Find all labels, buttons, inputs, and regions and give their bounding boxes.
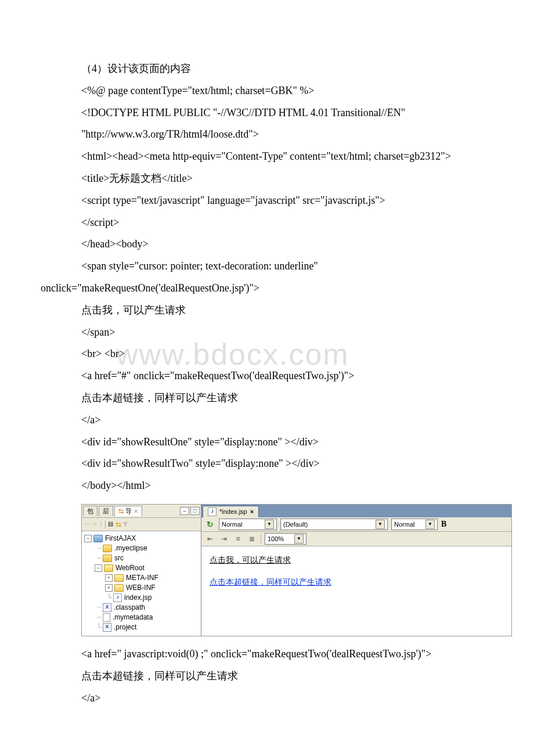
unordered-list-icon[interactable]: ≣ [247, 534, 257, 544]
zoom-combo[interactable]: 100% ▼ [265, 533, 306, 545]
combo-value: Normal [222, 521, 242, 528]
tree-label: WebRoot [116, 564, 145, 572]
combo-value: (Default) [283, 521, 308, 528]
code-line: 点击本超链接，同样可以产生请求 [81, 665, 493, 687]
text-file-icon [103, 613, 110, 622]
sidebar-tabbar: 包 层 ⇆ 导 ✕ – □ [82, 505, 201, 518]
folder-icon [114, 584, 124, 592]
chevron-down-icon[interactable]: ▼ [425, 520, 435, 529]
tree-label: META-INF [126, 574, 158, 582]
sidebar-toolbar: ⇦ ⇨ ⤴ ⊟ ⇆ ▽ [82, 518, 201, 531]
code-line: <br> <br> [81, 343, 493, 365]
chevron-down-icon[interactable]: ▼ [294, 534, 304, 543]
up-icon[interactable]: ⤴ [99, 521, 103, 528]
code-line: onclick="makeRequestOne('dealRequestOne.… [41, 278, 493, 300]
tree-row[interactable]: ┈ .mymetadata [83, 613, 200, 622]
style-combo[interactable]: (Default) ▼ [280, 519, 388, 530]
tree-row[interactable]: └ X .project [83, 622, 200, 632]
tree-row[interactable]: ┈ X .classpath [83, 603, 200, 613]
code-line: <!DOCTYPE HTML PUBLIC "-//W3C//DTD HTML … [81, 102, 493, 124]
preview-link-2[interactable]: 点击本超链接，同样可以产生请求 [210, 578, 331, 586]
font-combo[interactable]: Normal ▼ [391, 519, 438, 530]
code-line: <%@ page contentType="text/html; charset… [81, 80, 493, 102]
code-line: </head><body> [81, 233, 493, 255]
folder-icon [103, 555, 112, 562]
chevron-down-icon[interactable]: ▼ [376, 520, 385, 529]
code-line: <html><head><meta http-equiv="Content-Ty… [81, 146, 493, 168]
tree-label: .mymetadata [113, 613, 153, 621]
xml-file-icon: X [103, 623, 111, 632]
indent-icon[interactable]: ⇥ [219, 534, 229, 544]
tree-label: .classpath [114, 603, 145, 611]
tree-label: WEB-INF [126, 584, 156, 592]
paragraph-combo[interactable]: Normal ▼ [219, 519, 277, 530]
editor-tab-index[interactable]: J *index.jsp × [203, 506, 259, 517]
tree-row[interactable]: − WebRoot [83, 563, 200, 573]
code-line: 点击我，可以产生请求 [81, 300, 493, 322]
chevron-down-icon[interactable]: ▼ [265, 520, 274, 529]
code-line: <script type="text/javascript" language=… [81, 190, 493, 212]
expand-icon[interactable]: + [105, 574, 113, 582]
editor-tabbar: J *index.jsp × [201, 505, 511, 517]
code-line: </a> [81, 687, 493, 710]
maximize-icon[interactable]: □ [190, 507, 200, 515]
jsp-file-icon: J [208, 507, 217, 516]
code-line: 点击本超链接，同样可以产生请求 [81, 387, 493, 409]
tree-label: .project [114, 623, 136, 631]
forward-icon[interactable]: ⇨ [92, 520, 97, 528]
code-line: <title>无标题文档</title> [81, 168, 493, 190]
folder-open-icon [104, 564, 113, 572]
tab-package[interactable]: 包 [83, 506, 98, 516]
code-line: </span> [81, 322, 493, 344]
link-editor-icon[interactable]: ⇆ [116, 520, 121, 528]
ide-sidebar: 包 层 ⇆ 导 ✕ – □ ⇦ ⇨ ⤴ ⊟ ⇆ ▽ [82, 505, 201, 636]
close-icon[interactable]: ✕ [134, 508, 138, 514]
minimize-icon[interactable]: – [180, 507, 189, 515]
preview-link-1[interactable]: 点击我，可以产生请求 [210, 556, 291, 564]
combo-value: Normal [394, 521, 414, 528]
tab-label: *index.jsp [219, 508, 247, 515]
tab-navigator[interactable]: ⇆ 导 ✕ [114, 506, 142, 516]
bold-button[interactable]: B [441, 520, 446, 529]
expand-icon[interactable]: + [105, 584, 113, 592]
ide-screenshot: 包 层 ⇆ 导 ✕ – □ ⇦ ⇨ ⤴ ⊟ ⇆ ▽ [81, 504, 512, 636]
view-menu-icon[interactable]: ▽ [124, 521, 127, 527]
folder-icon [114, 574, 124, 582]
editor-toolbar-2: ⇤ ⇥ ≡ ≣ 100% ▼ [201, 532, 511, 546]
outdent-icon[interactable]: ⇤ [205, 534, 215, 544]
code-line: </a> [81, 409, 493, 431]
refresh-icon[interactable]: ↻ [205, 519, 215, 530]
tree-row[interactable]: ┈ src [83, 553, 200, 563]
tree-row-project[interactable]: − FirstAJAX [83, 534, 200, 543]
tree-label: index.jsp [124, 593, 151, 602]
xml-file-icon: X [103, 603, 111, 612]
tree-row[interactable]: + WEB-INF [83, 583, 200, 593]
code-line: <a href="#" onclick="makeRequestTwo('dea… [81, 365, 493, 387]
jsp-file-icon: J [113, 593, 122, 602]
tree-label: FirstAJAX [105, 534, 136, 542]
ide-editor: J *index.jsp × ↻ Normal ▼ (Default) ▼ No… [201, 505, 511, 636]
folder-icon [103, 545, 112, 552]
editor-toolbar: ↻ Normal ▼ (Default) ▼ Normal ▼ B [201, 517, 511, 532]
close-icon[interactable]: × [250, 508, 254, 515]
code-line: <div id="showResultOne" style="display:n… [81, 431, 493, 453]
expand-icon[interactable]: − [84, 535, 92, 542]
code-line: <span style="cursor: pointer; text-decor… [81, 255, 493, 278]
ordered-list-icon[interactable]: ≡ [233, 534, 243, 544]
expand-icon[interactable]: − [95, 564, 102, 572]
tab-layer[interactable]: 层 [99, 506, 113, 516]
code-line: <a href=" javascript:void(0) ;" onclick=… [81, 643, 493, 665]
back-icon[interactable]: ⇦ [84, 520, 89, 528]
editor-preview: 点击我，可以产生请求 点击本超链接，同样可以产生请求 [201, 546, 511, 636]
combo-value: 100% [268, 535, 284, 542]
tree-label: .myeclipse [114, 544, 147, 552]
tree-row[interactable]: └ J index.jsp [83, 593, 200, 603]
tab-label: 导 [125, 507, 132, 516]
tree-row[interactable]: ┈ .myeclipse [83, 543, 200, 553]
tree-row[interactable]: + META-INF [83, 573, 200, 583]
project-icon [93, 535, 103, 542]
code-line: </body></html> [81, 475, 493, 497]
collapse-icon[interactable]: ⊟ [108, 520, 113, 528]
tree-label: src [114, 554, 124, 562]
code-line: </script> [81, 212, 493, 234]
